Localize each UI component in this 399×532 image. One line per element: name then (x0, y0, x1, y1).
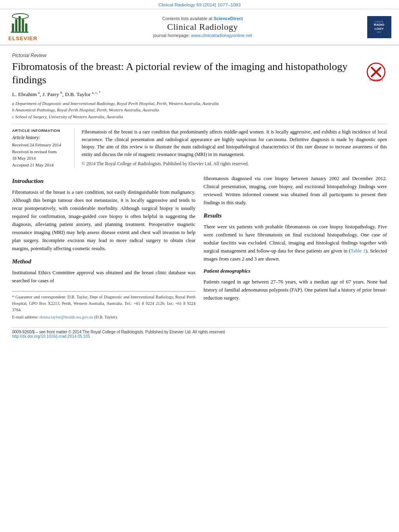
footnote-email[interactable]: donna.taylor@health.wa.gov.au (39, 315, 93, 319)
body-left-column: Introduction Fibromatosis of the breast … (12, 175, 195, 322)
journal-title: Clinical Radiology (167, 22, 238, 32)
history-received: Received 24 February 2014 (12, 142, 69, 148)
clinical-radiology-logo: CLINICAL RADIOLOGY RCR (364, 16, 394, 38)
homepage-link[interactable]: www.clinicalradiologyonline.net (191, 33, 252, 38)
elsevier-wordmark: ELSEVIER (8, 35, 37, 41)
journal-header: ELSEVIER Contents lists available at Sci… (0, 9, 399, 45)
main-content: Pictorial Review Fibromatosis of the bre… (0, 45, 399, 342)
svg-rect-6 (11, 32, 29, 33)
footnote-star: * Guarantor and correspondent: D.B. Tayl… (12, 294, 195, 313)
table1-link[interactable]: Table 1 (351, 248, 366, 254)
affiliations: a Department of Diagnostic and Intervent… (12, 100, 387, 120)
journal-header-center: Contents lists available at ScienceDirec… (45, 16, 360, 38)
body-two-columns: Introduction Fibromatosis of the breast … (12, 175, 387, 322)
elsevier-logo: ELSEVIER (5, 12, 41, 41)
affiliation-c: c School of Surgery, University of Weste… (12, 113, 387, 120)
bottom-bar: 0009-9260/$ – see front matter © 2014 Th… (12, 327, 387, 342)
footnote-section: * Guarantor and correspondent: D.B. Tayl… (12, 291, 195, 320)
crossmark-icon: CrossMark (366, 62, 386, 82)
abstract-column: Fibromatosis of the breast is a rare con… (82, 128, 387, 168)
method-heading: Method (12, 257, 195, 266)
author-super-ac: a, c, * (92, 90, 101, 94)
history-revised-label: Received in revised form (12, 148, 69, 155)
doi-link[interactable]: http://dx.doi.org/10.1016/j.crad.2014.05… (12, 334, 90, 339)
sciencedirect-link[interactable]: ScienceDirect (214, 16, 243, 21)
journal-homepage: journal homepage: www.clinicalradiologyo… (153, 33, 252, 38)
patient-demographics-heading: Patient demographics (204, 267, 387, 275)
article-info-abstract-section: ARTICLE INFORMATION Article history: Rec… (12, 124, 387, 168)
results-heading: Results (204, 211, 387, 220)
history-revised-date: 18 May 2014 (12, 155, 69, 162)
sciencedirect-line: Contents lists available at ScienceDirec… (162, 16, 243, 21)
abstract-text: Fibromatosis of the breast is a rare con… (82, 128, 387, 158)
history-accepted: Accepted 21 May 2014 (12, 162, 69, 168)
article-title: Fibromatosis of the breast: A pictorial … (12, 60, 362, 86)
article-title-row: Fibromatosis of the breast: A pictorial … (12, 60, 387, 86)
article-info-column: ARTICLE INFORMATION Article history: Rec… (12, 128, 74, 168)
article-section-type: Pictorial Review (12, 49, 387, 58)
svg-rect-4 (25, 24, 28, 32)
patient-demographics-paragraph: Patients ranged in age between 27–76 yea… (204, 278, 387, 302)
crossmark-logo: CrossMark (366, 62, 387, 84)
authors-line: L. Ebrahim a, J. Parry b, D.B. Taylor a,… (12, 90, 387, 98)
svg-rect-1 (15, 19, 18, 32)
right-intro-continuation: fibromatosis diagnosed via core biopsy b… (204, 175, 387, 207)
issn-line: 0009-9260/$ – see front matter © 2014 Th… (12, 330, 387, 334)
footnote-email-line: E-mail address: donna.taylor@health.wa.g… (12, 314, 195, 320)
method-paragraph: Institutional Ethics Committee approval … (12, 269, 195, 285)
affiliation-b: b Anatomical Pathology, Royal Perth Hosp… (12, 107, 387, 113)
radiology-logo-image: CLINICAL RADIOLOGY RCR (367, 16, 391, 38)
affiliation-a: a Department of Diagnostic and Intervent… (12, 100, 387, 107)
article-history-title: Article history: (12, 135, 69, 140)
abstract-copyright: © 2014 The Royal College of Radiologists… (82, 160, 387, 168)
author-super-b: b (60, 90, 62, 94)
results-paragraph: There were six patients with probable fi… (204, 223, 387, 263)
author-super-a: a (38, 90, 40, 94)
intro-heading: Introduction (12, 176, 195, 186)
body-right-column: fibromatosis diagnosed via core biopsy b… (204, 175, 387, 322)
article-info-label: ARTICLE INFORMATION (12, 128, 69, 133)
elsevier-tree-icon (9, 12, 37, 35)
svg-rect-0 (12, 24, 14, 32)
svg-text:CrossMark: CrossMark (369, 78, 383, 81)
svg-rect-3 (22, 19, 24, 32)
doi-line: http://dx.doi.org/10.1016/j.crad.2014.05… (12, 334, 387, 339)
journal-reference: Clinical Radiology 69 (2014) 1077–1083 (0, 0, 399, 9)
intro-paragraph: Fibromatosis of the breast is a rare con… (12, 188, 195, 253)
